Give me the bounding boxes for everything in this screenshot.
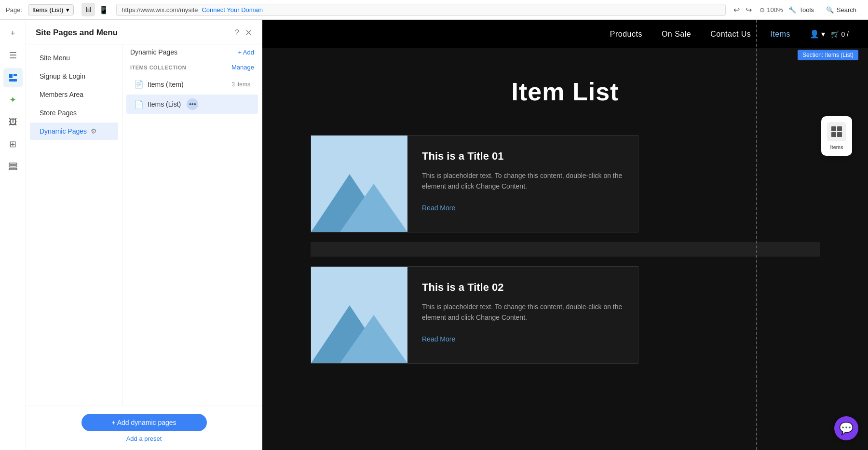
url-bar: https://www.wix.com/mysite Connect Your … xyxy=(116,4,726,16)
cart-icon[interactable]: 🛒 0 / xyxy=(831,30,849,38)
items-widget-label: Items xyxy=(830,144,843,150)
add-dynamic-link[interactable]: + Add xyxy=(238,49,254,56)
site-nav-icons: 👤 ▾ 🛒 0 / xyxy=(810,29,849,39)
nav-contact-us[interactable]: Contact Us xyxy=(710,30,751,39)
undo-button[interactable]: ↩ xyxy=(732,3,742,16)
svg-rect-3 xyxy=(9,163,17,164)
nav-item-store-pages[interactable]: Store Pages xyxy=(30,104,118,122)
svg-rect-1 xyxy=(14,74,17,76)
sidebar-item-pages[interactable] xyxy=(3,68,23,87)
zoom-level: ⊙ 100% xyxy=(760,6,783,14)
sidebar-item-media[interactable]: 🖼 xyxy=(3,112,23,132)
mobile-device-btn[interactable]: 📱 xyxy=(97,3,110,16)
close-icon[interactable]: ✕ xyxy=(245,27,252,38)
site-pages-panel: Site Pages and Menu ? ✕ Site Menu Signup… xyxy=(26,20,262,450)
page-label: Page: xyxy=(6,6,22,14)
item-description-2: This is placeholder text. To change this… xyxy=(422,301,624,323)
page-item-label: Items (Item) xyxy=(148,81,184,88)
panel-bottom: + Add dynamic pages Add a preset xyxy=(26,406,262,450)
nav-items-list: Site Menu Signup & Login Members Area St… xyxy=(26,44,122,406)
canvas-area: Products On Sale Contact Us Items 👤 ▾ 🛒 … xyxy=(262,20,868,450)
item-card-2: This is a Title 02 This is placeholder t… xyxy=(311,266,638,364)
nav-item-site-menu[interactable]: Site Menu xyxy=(30,49,118,67)
item-image-1 xyxy=(311,136,407,232)
items-widget-panel: Items xyxy=(820,116,854,156)
items-widget[interactable]: Items xyxy=(821,116,852,156)
card-divider xyxy=(311,242,820,257)
page-dropdown[interactable]: Items (List) ▾ xyxy=(28,4,74,15)
search-button[interactable]: 🔍 Search xyxy=(820,4,862,15)
tools-icon: 🔧 xyxy=(788,6,796,14)
undo-redo-group: ↩ ↪ xyxy=(732,3,754,16)
gear-icon: ⚙ xyxy=(91,127,97,135)
manage-link[interactable]: Manage xyxy=(231,64,254,71)
hero-title: Item List xyxy=(262,77,868,106)
search-icon: 🔍 xyxy=(826,6,834,14)
items-collection-label: ITEMS COLLECTION xyxy=(130,65,186,70)
page-item-items-list[interactable]: 📄 Items (List) ••• xyxy=(126,95,258,114)
svg-rect-0 xyxy=(9,74,13,78)
item-title-1: This is a Title 01 xyxy=(422,150,624,163)
user-icon[interactable]: 👤 ▾ xyxy=(810,29,825,39)
more-options-button[interactable]: ••• xyxy=(187,98,198,110)
panel-header: Site Pages and Menu ? ✕ xyxy=(26,20,262,44)
nav-products[interactable]: Products xyxy=(610,30,642,39)
read-more-link-2[interactable]: Read More xyxy=(422,335,455,343)
left-sidebar: + ☰ ✦ 🖼 ⊞ xyxy=(0,20,26,450)
chat-widget[interactable]: 💬 xyxy=(834,416,858,440)
sidebar-item-add[interactable]: + xyxy=(3,24,23,43)
desktop-device-btn[interactable]: 🖥 xyxy=(81,3,95,16)
chevron-down-icon: ▾ xyxy=(66,6,69,14)
top-bar: Page: Items (List) ▾ 🖥 📱 https://www.wix… xyxy=(0,0,868,20)
dynamic-pages-header: Dynamic Pages + Add xyxy=(122,44,262,58)
page-item-label: Items (List) xyxy=(148,100,181,108)
site-nav: Products On Sale Contact Us Items 👤 ▾ 🛒 … xyxy=(262,20,868,48)
site-preview: Products On Sale Contact Us Items 👤 ▾ 🛒 … xyxy=(262,20,868,450)
panel-right: Dynamic Pages + Add ITEMS COLLECTION Man… xyxy=(122,44,262,406)
sidebar-item-layers[interactable] xyxy=(3,157,23,176)
help-icon[interactable]: ? xyxy=(235,28,239,37)
add-dynamic-pages-button[interactable]: + Add dynamic pages xyxy=(81,414,207,431)
connect-domain-link[interactable]: Connect Your Domain xyxy=(202,6,262,14)
section-badge: Section: Items (List) xyxy=(798,50,858,60)
sidebar-item-blocks[interactable]: ⊞ xyxy=(3,135,23,154)
nav-on-sale[interactable]: On Sale xyxy=(662,30,691,39)
nav-items[interactable]: Items xyxy=(770,30,790,39)
panel-content: Site Menu Signup & Login Members Area St… xyxy=(26,44,262,406)
item-content-2: This is a Title 02 This is placeholder t… xyxy=(407,267,638,363)
nav-item-dynamic-pages[interactable]: Dynamic Pages ⚙ xyxy=(30,123,118,140)
nav-item-signup-login[interactable]: Signup & Login xyxy=(30,68,118,85)
item-card: This is a Title 01 This is placeholder t… xyxy=(311,135,638,232)
redo-button[interactable]: ↪ xyxy=(744,3,754,16)
items-collection-header: ITEMS COLLECTION Manage xyxy=(122,58,262,75)
svg-rect-15 xyxy=(837,132,842,137)
page-icon: 📄 xyxy=(134,100,144,109)
svg-rect-13 xyxy=(837,126,842,131)
add-preset-link[interactable]: Add a preset xyxy=(126,435,162,442)
device-icons: 🖥 📱 xyxy=(81,3,110,16)
item-content-1: This is a Title 01 This is placeholder t… xyxy=(407,136,638,232)
panel-header-actions: ? ✕ xyxy=(235,27,252,38)
tools-button[interactable]: 🔧 Tools xyxy=(788,6,814,14)
main-layout: + ☰ ✦ 🖼 ⊞ Site Pages and Menu ? ✕ xyxy=(0,20,868,450)
panel-title: Site Pages and Menu xyxy=(36,28,118,38)
nav-item-members-area[interactable]: Members Area xyxy=(30,86,118,103)
svg-rect-14 xyxy=(831,132,836,137)
items-widget-icon xyxy=(827,122,846,141)
svg-rect-5 xyxy=(9,168,17,170)
page-icon: 📄 xyxy=(134,80,144,89)
item-title-2: This is a Title 02 xyxy=(422,281,624,294)
hero-section: Item List xyxy=(262,48,868,125)
page-item-items-item[interactable]: 📄 Items (Item) 3 items xyxy=(126,76,258,93)
url-text: https://www.wix.com/mysite xyxy=(122,6,198,14)
svg-rect-2 xyxy=(9,79,17,82)
svg-rect-4 xyxy=(9,166,17,167)
sidebar-item-design[interactable]: ✦ xyxy=(3,90,23,109)
dynamic-pages-title: Dynamic Pages xyxy=(130,48,177,56)
read-more-link-1[interactable]: Read More xyxy=(422,204,455,212)
svg-rect-12 xyxy=(831,126,836,131)
item-count: 3 items xyxy=(231,81,250,88)
item-description-1: This is placeholder text. To change this… xyxy=(422,170,624,192)
item-image-2 xyxy=(311,267,407,363)
sidebar-item-elements[interactable]: ☰ xyxy=(3,46,23,65)
